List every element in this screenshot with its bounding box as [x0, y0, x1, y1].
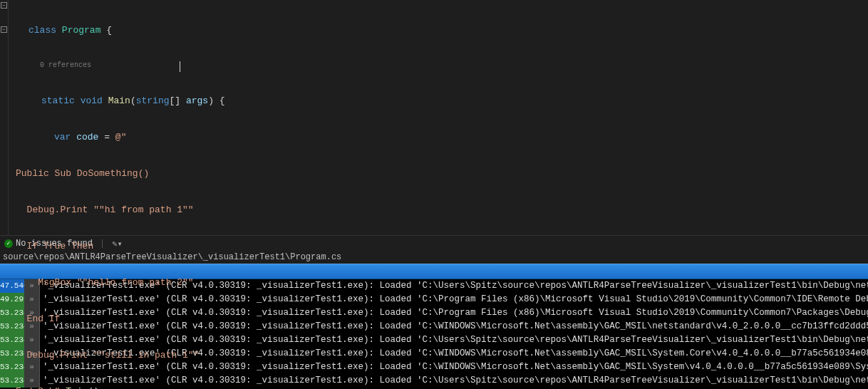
code-line[interactable]: var code = @" — [16, 131, 864, 143]
fold-toggle-icon[interactable]: − — [1, 26, 7, 33]
code-line[interactable]: Debug.Print ""hi from path 1"" — [16, 204, 864, 216]
code-line[interactable]: End If — [16, 313, 864, 325]
code-line[interactable]: static void Main(string[] args) { — [16, 95, 864, 107]
text-cursor — [180, 61, 180, 72]
code-editor[interactable]: − − class Program { 0 references static … — [0, 0, 868, 235]
keyword: void — [81, 95, 103, 106]
code-line[interactable]: MsgBox ""hello from path 2"" — [16, 276, 864, 289]
keyword: static — [41, 95, 75, 106]
code-line[interactable]: class Program { — [16, 24, 864, 36]
method-name: Main — [108, 95, 130, 106]
code-line[interactable]: Public Sub DoSomething() — [16, 167, 864, 180]
keyword: class — [29, 25, 56, 36]
code-line[interactable]: Debug.Print ""still in path 1"" — [16, 349, 864, 361]
fold-toggle-icon[interactable]: − — [1, 2, 7, 9]
code-line[interactable]: End Sub".Trim(); — [16, 385, 864, 389]
check-ok-icon: ✓ — [4, 239, 13, 248]
type-name: Program — [62, 25, 101, 36]
code-area[interactable]: class Program { 0 references static void… — [9, 0, 868, 235]
codelens-references[interactable]: 0 references — [16, 61, 864, 71]
fold-gutter: − − — [0, 0, 9, 235]
code-line[interactable]: If True Then — [16, 240, 864, 252]
brace: { — [100, 25, 112, 36]
